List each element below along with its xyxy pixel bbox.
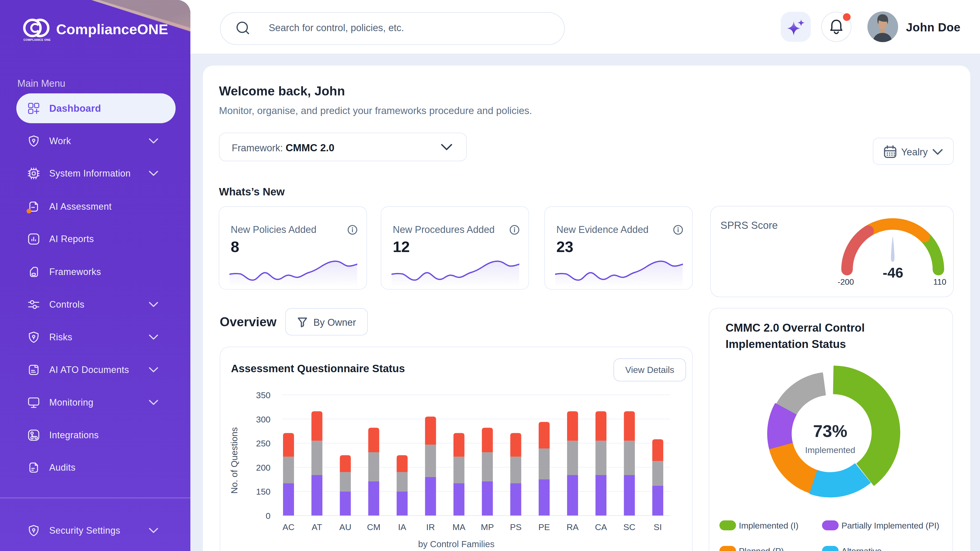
svg-text:MA: MA	[452, 522, 466, 532]
svg-text:PS: PS	[510, 522, 522, 532]
svg-text:AT: AT	[312, 522, 322, 532]
svg-text:-46: -46	[883, 265, 904, 281]
svg-text:AC: AC	[283, 522, 294, 532]
svg-text:Implemented: Implemented	[805, 445, 856, 455]
svg-text:0: 0	[266, 511, 270, 521]
svg-text:AU: AU	[339, 522, 351, 532]
svg-text:CM: CM	[367, 522, 380, 532]
svg-text:CA: CA	[595, 522, 607, 532]
svg-text:by Control Families: by Control Families	[418, 539, 495, 549]
svg-text:SC: SC	[623, 522, 635, 532]
svg-text:200: 200	[256, 463, 270, 472]
svg-text:No. of Questions: No. of Questions	[229, 427, 239, 494]
svg-text:SI: SI	[654, 522, 662, 532]
svg-text:250: 250	[256, 438, 270, 448]
svg-text:MP: MP	[481, 522, 494, 532]
svg-text:73%: 73%	[813, 421, 847, 441]
svg-text:IA: IA	[398, 522, 406, 532]
svg-text:RA: RA	[566, 522, 579, 532]
svg-text:PE: PE	[538, 522, 550, 532]
svg-text:350: 350	[256, 390, 270, 400]
svg-text:150: 150	[256, 487, 270, 496]
svg-text:IR: IR	[426, 522, 435, 532]
svg-text:300: 300	[256, 414, 270, 424]
